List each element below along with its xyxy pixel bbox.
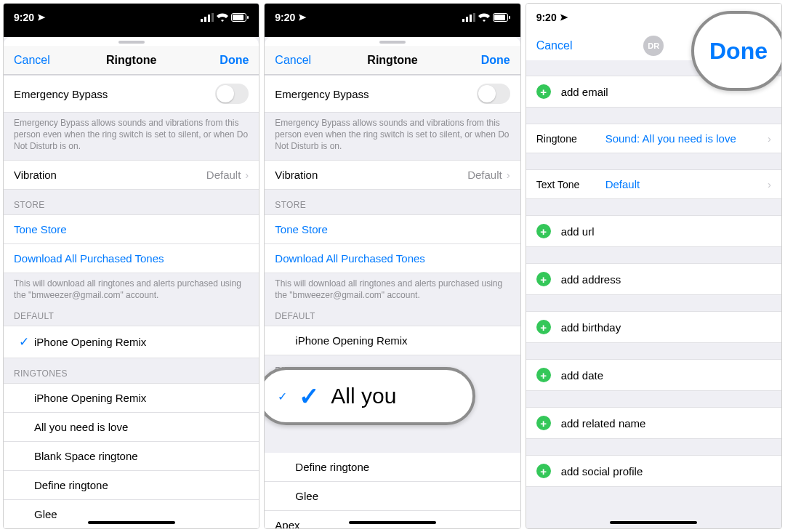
content-scroll[interactable]: + add email Ringtone Sound: All you need… [526,60,781,528]
svg-rect-5 [233,15,243,20]
texttone-field-label: Text Tone [536,179,605,190]
chevron-right-icon: › [245,169,249,181]
checkmark-icon: ✓ [299,382,319,411]
ringtone-label: iPhone Opening Remix [34,392,249,404]
ringtone-row[interactable]: Define ringtone [265,453,520,482]
texttone-field-value: Default [605,178,763,190]
vibration-label: Vibration [275,169,467,181]
svg-rect-9 [470,15,472,22]
home-indicator[interactable] [88,521,175,524]
vibration-row[interactable]: Vibration Default › [4,160,259,190]
vibration-value: Default [467,169,502,181]
download-tones-label: Download All Purchased Tones [14,252,164,265]
ringtone-label: Glee [295,490,510,502]
contact-avatar[interactable]: DR [643,36,664,56]
ringtone-row[interactable]: Define ringtone [4,471,259,500]
sheet-handle[interactable] [4,37,259,46]
svg-rect-3 [212,13,214,22]
cancel-button[interactable]: Cancel [14,54,57,67]
svg-rect-12 [494,15,505,20]
done-callout: Done [691,11,782,91]
sheet-handle[interactable] [265,37,520,46]
plus-icon: + [536,368,551,382]
ringtone-row[interactable]: iPhone Opening Remix [4,383,259,413]
checkmark-icon: ✓ [278,390,287,403]
ringtone-row[interactable]: Glee [4,500,259,528]
tone-store-label: Tone Store [14,223,67,235]
home-indicator[interactable] [349,521,436,524]
texttone-row[interactable]: Text Tone Default › [526,169,781,199]
nav-title: Ringtone [106,54,156,67]
checkmark-icon: ✓ [14,334,34,350]
tone-store-row[interactable]: Tone Store [4,214,259,244]
ringtone-row[interactable]: Blank Space ringtone [4,442,259,471]
content-scroll[interactable]: Emergency Bypass Emergency Bypass allows… [4,75,259,528]
svg-rect-10 [473,13,475,22]
add-related-row[interactable]: +add related name [526,407,781,439]
emergency-bypass-footer: Emergency Bypass allows sounds and vibra… [4,113,259,160]
default-ringtone-row[interactable]: ✓ iPhone Opening Remix [4,326,259,358]
svg-rect-8 [466,17,468,22]
add-email-label: add email [561,86,608,98]
ringtone-row[interactable]: Ringtone Sound: All you need is love › [526,124,781,153]
download-tones-row[interactable]: Download All Purchased Tones [265,244,520,273]
add-url-row[interactable]: +add url [526,215,781,247]
done-callout-text: Done [709,38,768,65]
store-header: STORE [4,190,259,214]
default-ringtone-row[interactable]: iPhone Opening Remix [265,326,520,355]
ringtone-row[interactable]: Apex [265,511,520,528]
ringtone-row[interactable]: Glee [265,482,520,511]
ringtones-header: RINGTONES [4,358,259,383]
ringtone-field-label: Ringtone [536,133,605,145]
download-tones-label: Download All Purchased Tones [275,252,425,265]
add-social-row[interactable]: +add social profile [526,455,781,487]
screen-1: 9:20 Cancel Ringtone Done Emergency Bypa… [3,3,259,529]
emergency-bypass-toggle[interactable] [215,84,249,104]
ringtone-label: Glee [34,508,249,520]
location-icon [560,13,568,22]
emergency-bypass-footer: Emergency Bypass allows sounds and vibra… [265,113,520,160]
add-date-row[interactable]: +add date [526,359,781,391]
screen-2: 9:20 Cancel Ringtone Done Emergency Bypa… [264,3,520,529]
battery-icon [493,13,510,22]
emergency-bypass-label: Emergency Bypass [275,88,476,100]
status-bar: 9:20 [4,4,259,31]
cancel-button[interactable]: Cancel [275,54,318,67]
svg-rect-2 [208,15,210,22]
screen-3: 9:20 Cancel DR + add email Ringtone Soun… [526,3,782,529]
ringtone-field-value: Sound: All you need is love [605,132,763,145]
done-button[interactable]: Done [205,54,249,67]
emergency-bypass-row: Emergency Bypass [265,75,520,113]
content-scroll[interactable]: Emergency Bypass Emergency Bypass allows… [265,75,520,528]
status-time: 9:20 [275,12,295,23]
vibration-row[interactable]: Vibration Default › [265,160,520,190]
svg-rect-0 [201,19,203,22]
done-button[interactable]: Done [467,54,510,67]
sheet-backdrop [4,31,259,37]
signal-icon [462,13,475,22]
svg-rect-1 [204,17,206,22]
ringtone-label: Blank Space ringtone [34,450,249,462]
add-date-label: add date [561,369,603,382]
add-address-row[interactable]: +add address [526,263,781,295]
emergency-bypass-toggle[interactable] [477,84,510,104]
default-header: DEFAULT [265,308,520,326]
home-indicator[interactable] [610,521,697,524]
emergency-bypass-label: Emergency Bypass [14,88,215,100]
battery-icon [231,13,249,22]
plus-icon: + [536,224,551,238]
nav-bar: Cancel Ringtone Done [265,46,520,75]
plus-icon: + [536,84,551,99]
svg-rect-13 [509,16,510,19]
chevron-right-icon: › [507,169,510,181]
status-time: 9:20 [14,12,34,23]
default-ringtone-label: iPhone Opening Remix [34,336,249,348]
download-tones-row[interactable]: Download All Purchased Tones [4,244,259,273]
cancel-button[interactable]: Cancel [536,39,580,52]
store-footer: This will download all ringtones and ale… [4,273,259,308]
ringtone-row[interactable]: All you need is love [4,413,259,442]
location-icon [298,13,307,22]
wifi-icon [217,13,228,22]
add-birthday-row[interactable]: +add birthday [526,311,781,343]
tone-store-row[interactable]: Tone Store [265,214,520,244]
